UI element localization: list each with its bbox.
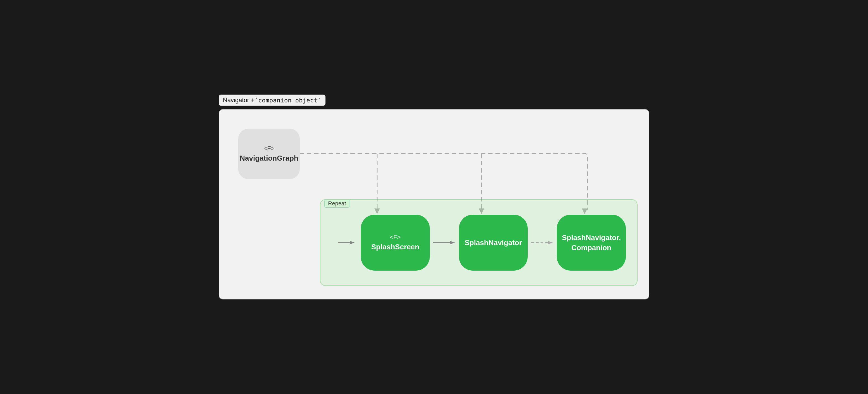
- repeat-group: Repeat <F> SplashScreen: [320, 199, 638, 286]
- svg-marker-4: [350, 241, 354, 244]
- nav-graph-node: <F> NavigationGraph: [238, 129, 300, 179]
- splash-screen-node: <F> SplashScreen: [361, 215, 430, 271]
- svg-marker-6: [450, 241, 455, 244]
- repeat-label: Repeat: [324, 199, 350, 208]
- svg-marker-8: [548, 241, 553, 244]
- title-suffix: `companion object`: [254, 97, 321, 104]
- splash-navigator-label: SplashNavigator: [464, 237, 522, 248]
- splash-navigator-companion-node: SplashNavigator.Companion: [557, 215, 626, 271]
- nav-graph-label: NavigationGraph: [240, 153, 298, 163]
- diagram-container: <F> NavigationGraph Repeat <F> SplashScr…: [219, 109, 649, 300]
- title-badge: Navigator + `companion object`: [219, 94, 326, 106]
- splash-screen-label: SplashScreen: [371, 242, 419, 252]
- arrow-1-2: [430, 239, 459, 247]
- title-prefix: Navigator +: [223, 96, 254, 104]
- outer-wrapper: Navigator + `companion object`: [214, 90, 654, 304]
- splash-navigator-node: SplashNavigator: [459, 215, 528, 271]
- splash-screen-tag: <F>: [390, 233, 401, 242]
- nav-graph-tag: <F>: [264, 144, 274, 153]
- green-nodes-row: <F> SplashScreen SplashNavigator: [320, 200, 637, 285]
- arrow-2-3: [528, 239, 557, 247]
- entry-arrow: [332, 239, 361, 247]
- splash-navigator-companion-label: SplashNavigator.Companion: [562, 232, 621, 253]
